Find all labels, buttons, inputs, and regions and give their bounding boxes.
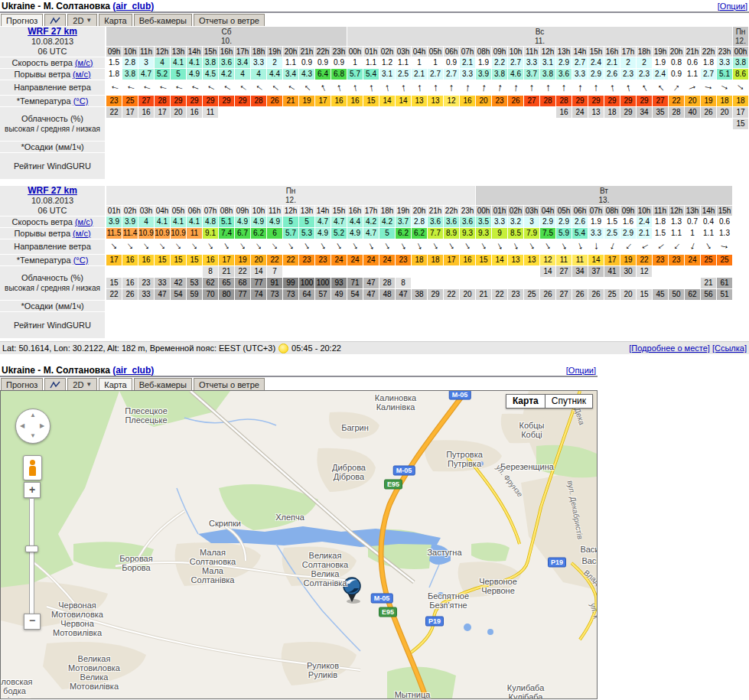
- forecast-cell: 70: [203, 289, 218, 300]
- tab-graph[interactable]: [44, 378, 66, 390]
- forecast-cell: 15: [171, 255, 186, 265]
- forecast-cell: 5: [379, 228, 395, 239]
- forecast-cell: 1.1: [685, 69, 700, 80]
- hour-cell: 21h: [299, 47, 314, 57]
- forecast-cell: 14: [540, 266, 555, 277]
- hour-cell: 04h: [155, 206, 170, 216]
- wind-direction-cell: ↑: [556, 239, 572, 254]
- spot-club-link[interactable]: (air_club): [112, 1, 154, 11]
- wind-direction-cell: ↑: [235, 80, 250, 95]
- pan-down-icon[interactable]: ▼: [30, 433, 36, 439]
- map-place-label: ЧервонаяМотовиловкаЧервонаМотовилівка: [51, 601, 103, 637]
- options-link-2[interactable]: [Опции]: [566, 366, 596, 375]
- forecast-cell: 11: [203, 107, 218, 118]
- pan-right-icon[interactable]: ▶: [40, 423, 44, 429]
- hour-cell: 00h: [476, 206, 491, 216]
- wind-direction-arrow: ↑: [285, 239, 298, 254]
- wind-direction-cell: ↑: [235, 239, 250, 254]
- forecast-cell: 0.6: [685, 57, 700, 68]
- forecast-cell: 3.3: [460, 69, 475, 80]
- tab-graph[interactable]: [44, 14, 66, 26]
- day-header: Сб10.: [106, 27, 347, 46]
- forecast-cell: 13: [428, 96, 443, 106]
- wind-direction-arrow: ↑: [235, 81, 250, 94]
- forecast-cell: 1: [685, 228, 700, 239]
- forecast-cell: 77: [235, 289, 250, 300]
- map-canvas[interactable]: КалиновкаКалинівкаПлесецкоеПлесецькеБагр…: [0, 390, 598, 699]
- wind-direction-arrow: ↑: [480, 80, 487, 95]
- forecast-cell: 27: [524, 96, 539, 106]
- forecast-cell: 3.8: [203, 57, 218, 68]
- forecast-cell: 59: [187, 289, 202, 300]
- forecast-cell: 3.1: [540, 57, 555, 68]
- tab-wind-reports[interactable]: Отчеты о ветре: [194, 14, 265, 26]
- hour-cell: 11h: [138, 47, 154, 57]
- pan-left-icon[interactable]: ◀: [20, 423, 24, 429]
- share-link[interactable]: [Ссылка]: [712, 343, 747, 353]
- forecast-cell: 19: [235, 255, 250, 265]
- forecast-cell: 71: [347, 278, 363, 288]
- forecast-cell: 22: [267, 255, 282, 265]
- street-view-pegman[interactable]: [23, 455, 42, 480]
- forecast-cell: [219, 130, 234, 141]
- zoom-slider-track[interactable]: [29, 498, 34, 623]
- hour-cell: 05h: [556, 206, 572, 216]
- place-details-link[interactable]: [Подробнее о месте]: [629, 343, 710, 353]
- wind-direction-cell: ↑: [556, 80, 572, 95]
- model-link[interactable]: WRF 27 km: [28, 27, 77, 37]
- map-place-label: ВеликаяСолтановкаВеликаСолтанівка: [302, 551, 348, 588]
- tab-wind-reports[interactable]: Отчеты о ветре: [194, 378, 265, 390]
- tab-webcams[interactable]: Веб-камеры: [134, 14, 192, 26]
- tab-forecast[interactable]: Прогноз: [1, 14, 43, 26]
- map-type-map-button[interactable]: Карта: [506, 394, 545, 409]
- map-type-satellite-button[interactable]: Спутник: [545, 394, 593, 409]
- forecast-cell: [717, 119, 732, 129]
- forecast-cell: 17: [122, 107, 138, 118]
- forecast-cell: 29: [171, 96, 186, 106]
- hour-cell: 22h: [444, 206, 459, 216]
- forecast-cell: 2.9: [620, 228, 636, 239]
- forecast-cell: 17: [604, 255, 620, 265]
- forecast-cell: 1.9: [476, 57, 491, 68]
- forecast-cell: 23: [106, 96, 122, 106]
- forecast-cell: 2.4: [653, 69, 668, 80]
- wind-direction-cell: ↑: [492, 80, 507, 95]
- forecast-cell: 1: [347, 57, 363, 68]
- wind-direction-cell: ↑: [669, 80, 684, 95]
- tab-webcams[interactable]: Веб-камеры: [134, 378, 192, 390]
- wind-direction-arrow: ↑: [416, 80, 423, 95]
- forecast-cell: 4: [155, 57, 170, 68]
- options-link[interactable]: [Опции]: [718, 2, 747, 11]
- map-pan-control[interactable]: ▲ ▼ ◀ ▶: [15, 409, 50, 444]
- forecast-cell: 73: [283, 289, 298, 300]
- zoom-in-button[interactable]: +: [24, 482, 41, 498]
- pan-up-icon[interactable]: ▲: [30, 412, 36, 418]
- zoom-out-button[interactable]: −: [24, 614, 41, 630]
- wind-direction-arrow: ↑: [267, 81, 282, 94]
- forecast-cell: [122, 266, 138, 277]
- hour-cell: 09h: [106, 47, 122, 57]
- spot-club-link-2[interactable]: (air_club): [112, 365, 154, 376]
- forecast-cell: 73: [267, 289, 282, 300]
- zoom-slider-handle[interactable]: [25, 545, 38, 552]
- forecast-cell: [460, 266, 475, 277]
- forecast-cell: 33: [155, 278, 170, 288]
- tab-map[interactable]: Карта: [99, 378, 132, 390]
- hour-cell: 15h: [588, 47, 604, 57]
- tab-map[interactable]: Карта: [99, 14, 132, 26]
- tab-2d[interactable]: 2D▼: [67, 378, 97, 390]
- hour-cell: 15h: [331, 206, 347, 216]
- forecast-cell: [251, 119, 266, 129]
- forecast-cell: 19: [299, 96, 314, 106]
- forecast-cell: 18: [412, 255, 427, 265]
- wind-direction-arrow: ↑: [687, 239, 697, 254]
- hour-cell: 18h: [379, 206, 395, 216]
- model-link[interactable]: WRF 27 km: [28, 186, 77, 196]
- tab-forecast[interactable]: Прогноз: [1, 378, 43, 390]
- forecast-cell: [604, 130, 620, 141]
- forecast-cell: 24: [572, 107, 588, 118]
- tab-2d[interactable]: 2D▼: [67, 14, 97, 26]
- wind-direction-cell: ↑: [637, 80, 652, 95]
- wind-direction-arrow: ↑: [383, 80, 391, 95]
- map-place-label: Багрин: [341, 423, 369, 432]
